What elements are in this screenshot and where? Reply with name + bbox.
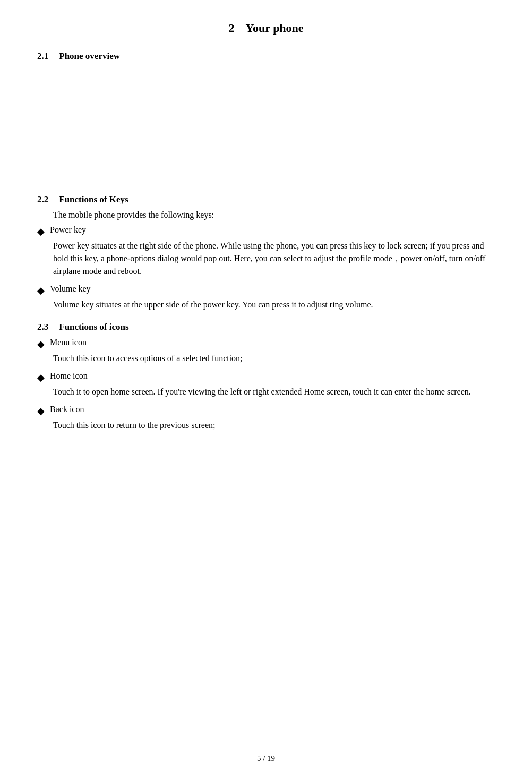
chapter-title-text: Your phone bbox=[246, 21, 304, 35]
section-2-3-number: 2.3 bbox=[37, 322, 48, 332]
page-footer: 5 / 19 bbox=[0, 754, 532, 763]
section-2-1: 2.1Phone overview bbox=[37, 51, 495, 178]
bullet-volume-key-row: ◆ Volume key bbox=[37, 284, 495, 296]
bullet-power-key-desc: Power key situates at the right side of … bbox=[53, 239, 495, 278]
section-2-3: 2.3Functions of icons ◆ Menu icon Touch … bbox=[37, 322, 495, 432]
section-2-2: 2.2Functions of Keys The mobile phone pr… bbox=[37, 194, 495, 311]
bullet-volume-key-desc: Volume key situates at the upper side of… bbox=[53, 298, 495, 311]
bullet-home-icon: ◆ Home icon Touch it to open home screen… bbox=[37, 371, 495, 398]
bullet-back-icon-row: ◆ Back icon bbox=[37, 405, 495, 417]
section-2-2-heading: 2.2Functions of Keys bbox=[37, 194, 495, 205]
bullet-diamond-5: ◆ bbox=[37, 405, 45, 417]
chapter-title: 2 Your phone bbox=[37, 21, 495, 35]
bullet-home-icon-row: ◆ Home icon bbox=[37, 371, 495, 383]
chapter-number: 2 bbox=[228, 21, 234, 35]
bullet-back-icon-title: Back icon bbox=[50, 405, 84, 414]
section-2-1-title: Phone overview bbox=[59, 51, 120, 61]
bullet-diamond-1: ◆ bbox=[37, 226, 45, 237]
bullet-home-icon-desc: Touch it to open home screen. If you're … bbox=[53, 386, 495, 398]
bullet-diamond-2: ◆ bbox=[37, 285, 45, 296]
bullet-menu-icon-row: ◆ Menu icon bbox=[37, 338, 495, 350]
bullet-back-icon: ◆ Back icon Touch this icon to return to… bbox=[37, 405, 495, 432]
bullet-volume-key-title: Volume key bbox=[50, 284, 91, 294]
section-2-1-heading: 2.1Phone overview bbox=[37, 51, 495, 62]
section-2-1-number: 2.1 bbox=[37, 51, 48, 61]
phone-image-area bbox=[37, 72, 495, 178]
bullet-volume-key: ◆ Volume key Volume key situates at the … bbox=[37, 284, 495, 311]
bullet-menu-icon: ◆ Menu icon Touch this icon to access op… bbox=[37, 338, 495, 365]
bullet-power-key: ◆ Power key Power key situates at the ri… bbox=[37, 225, 495, 278]
bullet-diamond-3: ◆ bbox=[37, 338, 45, 350]
bullet-menu-icon-title: Menu icon bbox=[50, 338, 87, 347]
section-2-2-intro: The mobile phone provides the following … bbox=[53, 210, 495, 220]
page: 2 Your phone 2.1Phone overview 2.2Functi… bbox=[0, 0, 532, 779]
bullet-power-key-row: ◆ Power key bbox=[37, 225, 495, 237]
bullet-menu-icon-desc: Touch this icon to access options of a s… bbox=[53, 352, 495, 365]
bullet-power-key-title: Power key bbox=[50, 225, 86, 235]
section-2-3-title: Functions of icons bbox=[59, 322, 128, 332]
bullet-diamond-4: ◆ bbox=[37, 372, 45, 383]
page-number: 5 / 19 bbox=[257, 754, 275, 763]
section-2-3-heading: 2.3Functions of icons bbox=[37, 322, 495, 332]
bullet-back-icon-desc: Touch this icon to return to the previou… bbox=[53, 419, 495, 432]
section-2-2-number: 2.2 bbox=[37, 194, 48, 204]
bullet-home-icon-title: Home icon bbox=[50, 371, 88, 381]
section-2-2-title: Functions of Keys bbox=[59, 194, 128, 204]
